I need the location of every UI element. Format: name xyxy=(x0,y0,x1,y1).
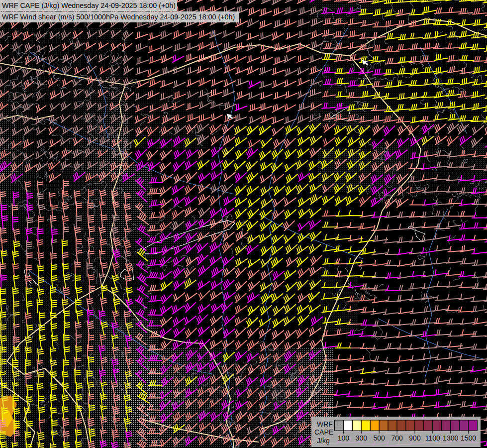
svg-text:100: 100 xyxy=(338,434,350,442)
svg-text:J/kg: J/kg xyxy=(317,437,330,445)
svg-text:500: 500 xyxy=(374,434,386,442)
svg-text:1100: 1100 xyxy=(425,434,440,442)
svg-text:CAPE: CAPE xyxy=(314,428,333,436)
svg-text:900: 900 xyxy=(409,434,421,442)
svg-text:700: 700 xyxy=(391,434,403,442)
svg-text:WRF: WRF xyxy=(317,420,333,428)
svg-text:300: 300 xyxy=(356,434,368,442)
svg-text:1300: 1300 xyxy=(443,434,458,442)
svg-text:1500: 1500 xyxy=(461,434,476,442)
